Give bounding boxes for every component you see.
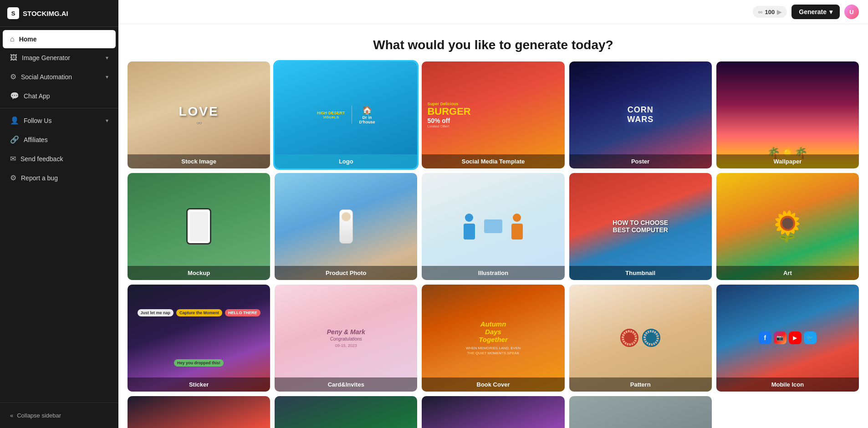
infinity-icon: ∞ <box>758 8 763 15</box>
home-icon: ⌂ <box>10 35 15 43</box>
sidebar-label-send-feedback: Send feedback <box>20 155 63 163</box>
grid-card-book-cover[interactable]: AutumnDaysTogether WHEN MEMORIES LAND, E… <box>422 285 564 392</box>
sidebar-label-home: Home <box>19 36 37 43</box>
card-label-product-photo: Product Photo <box>275 266 417 280</box>
chat-icon: 💬 <box>10 92 19 100</box>
card-label-card-invites: Card&Invites <box>275 377 417 392</box>
sidebar-item-follow-us[interactable]: 👤 Follow Us ▾ <box>3 111 116 130</box>
card-label-book-cover: Book Cover <box>422 377 564 392</box>
card-label-stock-image: Stock Image <box>128 154 270 168</box>
feedback-icon: ✉ <box>10 154 16 163</box>
grid-card-pattern[interactable]: Pattern <box>569 285 712 392</box>
chevron-down-icon-3: ▾ <box>106 117 108 124</box>
sidebar-item-send-feedback[interactable]: ✉ Send feedback <box>3 149 116 168</box>
grid-card-mobile-icon[interactable]: f 📷 ▶ 🐦 Mobile Icon <box>716 285 859 392</box>
grid-card-art[interactable]: 🌻 Art <box>716 173 859 280</box>
credits-count: 100 <box>765 9 775 15</box>
sidebar-label-image-generator: Image Generator <box>22 54 70 61</box>
card-label-art: Art <box>716 266 859 280</box>
grid-card-thumbnail[interactable]: HOW TO CHOOSEBEST COMPUTER Thumbnail <box>569 173 712 280</box>
grid-card-social-media-template[interactable]: Super Delicious BURGER 50% off Limited O… <box>422 61 564 168</box>
grid-card-bottom-4[interactable] <box>569 396 712 428</box>
grid-card-mockup[interactable]: Mockup <box>128 173 270 280</box>
main-content: ∞ 100 ▶ Generate ▾ U What would you like… <box>118 0 868 428</box>
grid-card-logo[interactable]: HIGH DESERT VISUALS 🏠 Dr in D'house Logo <box>275 61 417 168</box>
user-avatar[interactable]: U <box>844 5 859 19</box>
grid-card-product-photo[interactable]: Product Photo <box>275 173 417 280</box>
collapse-sidebar-button[interactable]: « Collapse sidebar <box>3 408 116 423</box>
grid-card-stock-image[interactable]: LOVE 👓 Stock Image <box>128 61 270 168</box>
follow-us-icon: 👤 <box>10 116 19 125</box>
card-label-logo: Logo <box>275 154 417 168</box>
app-logo: S STOCKIMG.AI <box>0 0 118 27</box>
topbar: ∞ 100 ▶ Generate ▾ U <box>118 0 868 24</box>
grid-card-poster[interactable]: CORNWARS Poster <box>569 61 712 168</box>
card-label-social-media-template: Social Media Template <box>422 154 564 168</box>
sidebar-item-affiliates[interactable]: 🔗 Affiliates <box>3 130 116 149</box>
video-icon: ▶ <box>777 9 781 15</box>
card-label-wallpaper: Wallpaper <box>716 154 859 168</box>
card-label-illustration: Illustration <box>422 266 564 280</box>
logo-icon: S <box>7 7 19 19</box>
grid-card-sticker[interactable]: Just let me nap Capture the Moment HELLO… <box>128 285 270 392</box>
grid-card-illustration[interactable]: Illustration <box>422 173 564 280</box>
app-name: STOCKIMG.AI <box>23 10 68 17</box>
sidebar-label-social-automation: Social Automation <box>21 73 72 81</box>
sidebar-label-follow-us: Follow Us <box>24 117 51 124</box>
chevron-down-icon: ▾ <box>106 55 108 61</box>
card-label-pattern: Pattern <box>569 377 712 392</box>
sidebar-item-social-automation[interactable]: ⚙ Social Automation ▾ <box>3 67 116 86</box>
card-label-thumbnail: Thumbnail <box>569 266 712 280</box>
page-heading: What would you like to generate today? <box>118 24 868 61</box>
card-label-poster: Poster <box>569 154 712 168</box>
collapse-label: Collapse sidebar <box>17 412 61 419</box>
grid-card-wallpaper[interactable]: 🌴☀️🌴 Wallpaper <box>716 61 859 168</box>
sidebar-bottom: « Collapse sidebar <box>0 403 118 428</box>
image-generator-icon: 🖼 <box>10 54 17 62</box>
collapse-icon: « <box>10 412 13 419</box>
card-label-sticker: Sticker <box>128 377 270 392</box>
affiliates-icon: 🔗 <box>10 135 19 144</box>
sidebar-item-chat-app[interactable]: 💬 Chat App <box>3 87 116 105</box>
bug-icon: ⚙ <box>10 173 16 182</box>
generate-label: Generate <box>799 8 827 15</box>
sidebar-label-affiliates: Affiliates <box>24 136 48 143</box>
chevron-down-icon-2: ▾ <box>106 74 108 80</box>
grid-card-card-invites[interactable]: Peny & Mark Congratulations 09-15, 2023 … <box>275 285 417 392</box>
sidebar-item-report-bug[interactable]: ⚙ Report a bug <box>3 168 116 187</box>
card-label-mockup: Mockup <box>128 266 270 280</box>
social-automation-icon: ⚙ <box>10 72 16 81</box>
generate-chevron: ▾ <box>829 8 832 15</box>
sidebar: S STOCKIMG.AI ⌂ Home 🖼 Image Generator ▾… <box>0 0 118 428</box>
sidebar-label-chat-app: Chat App <box>24 92 50 100</box>
category-grid: LOVE 👓 Stock Image HIGH DESERT VISUALS <box>118 61 868 428</box>
sidebar-item-image-generator[interactable]: 🖼 Image Generator ▾ <box>3 49 116 67</box>
sidebar-label-report-bug: Report a bug <box>21 174 58 182</box>
grid-card-bottom-3[interactable] <box>422 396 564 428</box>
grid-card-bottom-2[interactable] <box>275 396 417 428</box>
grid-card-bottom-1[interactable] <box>128 396 270 428</box>
sidebar-divider <box>0 108 118 108</box>
sidebar-item-home[interactable]: ⌂ Home <box>3 30 116 48</box>
card-label-mobile-icon: Mobile Icon <box>716 377 859 392</box>
generate-button[interactable]: Generate ▾ <box>791 5 840 19</box>
credits-badge: ∞ 100 ▶ <box>753 6 787 18</box>
